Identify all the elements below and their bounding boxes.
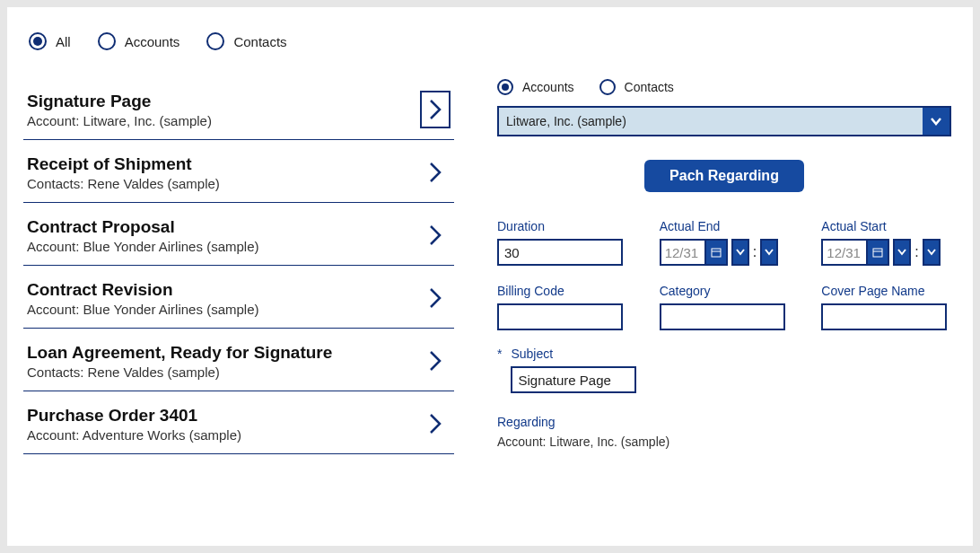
detail-panel: Accounts Contacts Litware, Inc. (sample)…: [497, 77, 951, 537]
cover-page-name-input[interactable]: [821, 303, 947, 330]
chevron-right-icon[interactable]: [420, 342, 451, 380]
chevron-down-icon[interactable]: [923, 108, 949, 135]
radio-accounts[interactable]: Accounts: [497, 79, 574, 95]
chevron-down-icon[interactable]: [923, 239, 941, 266]
field-billing-code: Billing Code: [497, 284, 627, 330]
chevron-right-icon[interactable]: [420, 216, 451, 254]
field-actual-start: Actual Start 12/31 :: [821, 219, 951, 266]
regarding-value: Account: Litware, Inc. (sample): [497, 434, 951, 449]
list-item-text: Contract Revision Account: Blue Yonder A…: [27, 280, 258, 317]
list-item-text: Receipt of Shipment Contacts: Rene Valde…: [27, 154, 220, 191]
list-item-subtitle: Account: Adventure Works (sample): [27, 427, 241, 443]
radio-contacts[interactable]: Contacts: [206, 32, 286, 50]
list-item-title: Contract Revision: [27, 280, 258, 300]
list-item-title: Signature Page: [27, 92, 212, 111]
field-label: Subject: [511, 347, 636, 361]
date-input[interactable]: 12/31: [821, 239, 868, 266]
calendar-icon[interactable]: [706, 239, 728, 266]
list-item[interactable]: Purchase Order 3401 Account: Adventure W…: [23, 391, 454, 454]
list-item-text: Signature Page Account: Litware, Inc. (s…: [27, 92, 212, 128]
radio-label: Contacts: [625, 80, 674, 94]
radio-icon: [599, 79, 616, 95]
chevron-right-icon[interactable]: [420, 279, 451, 317]
field-label: Actual Start: [821, 219, 951, 233]
list-item[interactable]: Contract Proposal Account: Blue Yonder A…: [23, 203, 454, 266]
regarding-block: Regarding Account: Litware, Inc. (sample…: [497, 415, 951, 449]
pach-regarding-button[interactable]: Pach Regarding: [644, 160, 804, 192]
record-list: Signature Page Account: Litware, Inc. (s…: [23, 77, 454, 537]
entity-type-radio-group: Accounts Contacts: [497, 79, 951, 106]
date-picker: 12/31 :: [660, 239, 790, 266]
list-item[interactable]: Loan Agreement, Ready for Signature Cont…: [23, 329, 454, 391]
field-label: Actual End: [660, 219, 790, 233]
app-window: All Accounts Contacts Signature Page Acc…: [7, 7, 973, 546]
field-label: Cover Page Name: [821, 284, 951, 298]
radio-icon: [29, 32, 47, 50]
field-cover-page-name: Cover Page Name: [821, 284, 951, 330]
list-item-text: Purchase Order 3401 Account: Adventure W…: [27, 406, 241, 443]
list-item-subtitle: Contacts: Rene Valdes (sample): [27, 176, 220, 191]
dropdown-value: Litware, Inc. (sample): [499, 108, 923, 135]
entity-dropdown[interactable]: Litware, Inc. (sample): [497, 106, 951, 136]
field-label: Duration: [497, 219, 627, 233]
field-grid: Duration Actual End 12/31 :: [497, 219, 951, 330]
list-item[interactable]: Signature Page Account: Litware, Inc. (s…: [23, 77, 454, 140]
list-item-title: Loan Agreement, Ready for Signature: [27, 343, 332, 363]
main-split: Signature Page Account: Litware, Inc. (s…: [7, 68, 973, 546]
svg-rect-2: [873, 249, 882, 257]
radio-icon: [206, 32, 224, 50]
chevron-down-icon[interactable]: [760, 239, 778, 266]
list-item-title: Receipt of Shipment: [27, 154, 220, 174]
time-separator: :: [914, 244, 918, 260]
radio-label: Contacts: [233, 34, 286, 49]
chevron-right-icon[interactable]: [420, 91, 451, 128]
time-separator: :: [753, 244, 757, 260]
chevron-down-icon[interactable]: [731, 239, 749, 266]
field-subject-row: * Subject: [497, 347, 951, 393]
chevron-down-icon[interactable]: [893, 239, 911, 266]
field-label: Billing Code: [497, 284, 627, 298]
field-category: Category: [660, 284, 790, 330]
radio-label: Accounts: [522, 80, 574, 94]
list-item-title: Purchase Order 3401: [27, 406, 241, 426]
top-filter-radio-group: All Accounts Contacts: [7, 7, 973, 68]
calendar-icon[interactable]: [868, 239, 889, 266]
radio-icon: [98, 32, 116, 50]
field-duration: Duration: [497, 219, 627, 266]
radio-all[interactable]: All: [29, 32, 71, 50]
list-item-text: Loan Agreement, Ready for Signature Cont…: [27, 343, 332, 380]
chevron-right-icon[interactable]: [420, 405, 451, 443]
date-picker: 12/31 :: [821, 239, 951, 266]
svg-rect-0: [712, 249, 721, 257]
list-item-subtitle: Contacts: Rene Valdes (sample): [27, 364, 332, 380]
category-input[interactable]: [660, 303, 785, 330]
radio-icon: [497, 79, 513, 95]
required-asterisk-icon: *: [497, 347, 502, 361]
list-item[interactable]: Contract Revision Account: Blue Yonder A…: [23, 266, 454, 329]
list-item-text: Contract Proposal Account: Blue Yonder A…: [27, 217, 258, 254]
chevron-right-icon[interactable]: [420, 154, 451, 191]
field-subject: Subject: [511, 347, 636, 393]
radio-contacts[interactable]: Contacts: [599, 79, 674, 95]
list-item-subtitle: Account: Blue Yonder Airlines (sample): [27, 239, 258, 254]
radio-accounts[interactable]: Accounts: [98, 32, 180, 50]
subject-input[interactable]: [511, 366, 636, 393]
field-label: Category: [660, 284, 790, 298]
list-item-title: Contract Proposal: [27, 217, 258, 237]
list-item-subtitle: Account: Litware, Inc. (sample): [27, 113, 212, 128]
list-item[interactable]: Receipt of Shipment Contacts: Rene Valde…: [23, 140, 454, 203]
regarding-label: Regarding: [497, 415, 951, 429]
duration-input[interactable]: [497, 239, 623, 266]
list-item-subtitle: Account: Blue Yonder Airlines (sample): [27, 302, 258, 317]
radio-label: Accounts: [125, 34, 180, 49]
radio-label: All: [56, 34, 71, 49]
date-input[interactable]: 12/31: [660, 239, 706, 266]
billing-code-input[interactable]: [497, 303, 623, 330]
field-actual-end: Actual End 12/31 :: [660, 219, 790, 266]
